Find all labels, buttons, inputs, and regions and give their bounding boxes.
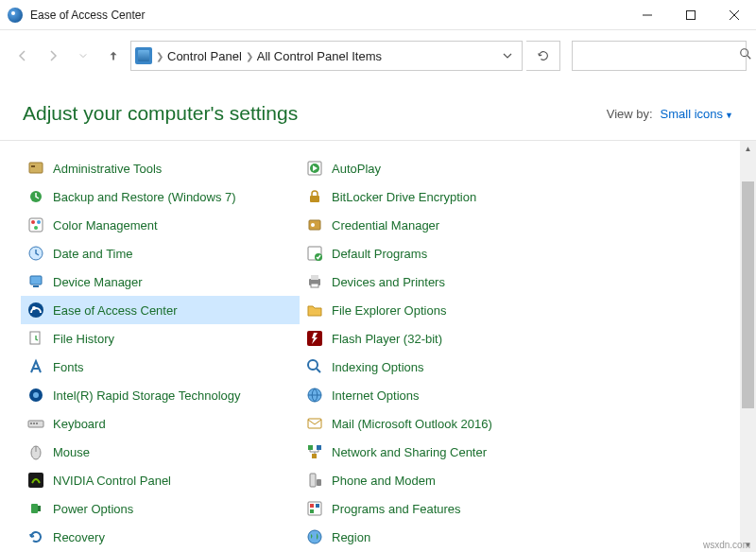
svg-rect-29 [38,506,41,511]
svg-rect-14 [30,276,42,285]
item-label: File History [53,332,114,346]
back-button[interactable] [9,43,36,69]
minimize-button[interactable] [626,0,669,29]
svg-line-42 [317,369,320,372]
control-panel-item[interactable]: Mail (Microsoft Outlook 2016) [300,409,578,438]
item-label: Keyboard [53,417,106,431]
control-panel-icon [135,47,152,64]
phone-icon [305,471,324,490]
control-panel-item[interactable]: Internet Options [300,381,578,409]
svg-point-11 [37,220,41,224]
control-panel-item[interactable]: Recovery [21,523,300,551]
control-panel-item[interactable]: Color Management [21,211,300,239]
breadcrumb-item[interactable]: Control Panel [167,49,242,63]
svg-line-5 [747,56,751,60]
navbar: ❯ Control Panel ❯ All Control Panel Item… [0,30,756,81]
control-panel-item[interactable]: Device Manager [21,267,300,296]
power-icon [26,499,45,518]
control-panel-item[interactable]: Credential Manager [300,211,578,239]
control-panel-item[interactable]: Flash Player (32-bit) [300,324,578,353]
up-button[interactable] [100,43,127,69]
control-panel-item[interactable]: File Explorer Options [300,296,578,324]
mouse-icon [26,442,45,461]
svg-rect-1 [687,10,696,19]
view-by-label: View by: [607,107,653,121]
recent-dropdown[interactable] [70,43,96,69]
window-buttons [626,0,756,29]
control-panel-item[interactable]: Keyboard [21,409,300,438]
svg-rect-45 [308,445,313,450]
svg-rect-28 [31,504,38,513]
control-panel-item[interactable]: Indexing Options [300,353,578,381]
chevron-right-icon[interactable]: ❯ [156,51,163,61]
backup-icon [26,187,45,206]
page-title: Adjust your computer's settings [23,102,607,125]
address-bar[interactable]: ❯ Control Panel ❯ All Control Panel Item… [130,41,523,71]
item-label: Internet Options [332,388,420,403]
svg-rect-18 [30,332,40,344]
maximize-button[interactable] [669,0,713,29]
credential-icon [305,216,324,234]
view-by-selector[interactable]: Small icons▼ [661,107,733,121]
scroll-up-button[interactable]: ▲ [740,141,756,157]
svg-rect-46 [317,445,321,450]
internet-icon [305,386,324,405]
control-panel-item[interactable]: Date and Time [21,239,300,267]
item-label: NVIDIA Control Panel [53,474,171,488]
item-label: Ease of Access Center [53,303,178,318]
control-panel-item[interactable]: Power Options [21,494,300,523]
item-label: Flash Player (32-bit) [332,332,442,346]
search-box[interactable] [572,41,747,71]
control-panel-item[interactable]: Region [300,523,578,551]
window-title: Ease of Access Center [30,9,626,22]
control-panel-item[interactable]: AutoPlay [300,154,578,182]
control-panel-item[interactable]: File History [21,324,300,353]
svg-rect-51 [310,504,314,508]
breadcrumb-item[interactable]: All Control Panel Items [257,49,382,63]
ease-icon [26,301,45,319]
watermark: wsxdn.com [703,540,750,550]
control-panel-item[interactable]: Fonts [21,353,300,381]
address-dropdown[interactable] [497,47,518,64]
svg-rect-24 [36,423,38,424]
control-panel-item[interactable]: Ease of Access Center [21,296,300,324]
control-panel-item[interactable]: Default Programs [300,239,578,267]
chevron-right-icon[interactable]: ❯ [246,51,253,61]
control-panel-item[interactable]: Administrative Tools [21,154,300,182]
svg-point-10 [31,220,35,224]
item-label: File Explorer Options [332,303,446,318]
svg-rect-15 [33,285,39,287]
svg-rect-22 [30,423,32,424]
control-panel-item[interactable]: NVIDIA Control Panel [21,466,300,494]
svg-point-34 [311,223,315,227]
column-1: Administrative ToolsBackup and Restore (… [21,154,300,551]
svg-rect-53 [310,509,314,513]
search-icon[interactable] [739,47,752,64]
item-label: Intel(R) Rapid Storage Technology [53,388,241,403]
chevron-down-icon: ▼ [725,111,733,120]
control-panel-item[interactable]: Mouse [21,438,300,466]
vertical-scrollbar[interactable]: ▲ ▼ [740,141,756,552]
scroll-track[interactable] [740,157,756,537]
item-label: BitLocker Drive Encryption [332,190,476,204]
control-panel-item[interactable]: BitLocker Drive Encryption [300,182,578,211]
forward-button[interactable] [40,43,66,69]
item-label: Fonts [53,360,84,374]
control-panel-item[interactable]: Phone and Modem [300,466,578,494]
control-panel-item[interactable]: Devices and Printers [300,267,578,296]
region-icon [305,527,324,546]
control-panel-item[interactable]: Programs and Features [300,494,578,523]
nvidia-icon [26,471,45,490]
color-icon [26,216,45,234]
scroll-thumb[interactable] [742,181,754,408]
column-2: AutoPlayBitLocker Drive EncryptionCreden… [300,154,578,551]
control-panel-item[interactable]: Intel(R) Rapid Storage Technology [21,381,300,409]
search-input[interactable] [580,49,739,63]
refresh-button[interactable] [526,41,560,71]
bitlocker-icon [305,187,324,206]
control-panel-item[interactable]: Backup and Restore (Windows 7) [21,182,300,211]
close-button[interactable] [713,0,756,29]
svg-rect-48 [310,474,316,487]
item-label: Region [332,530,370,544]
control-panel-item[interactable]: Network and Sharing Center [300,438,578,466]
